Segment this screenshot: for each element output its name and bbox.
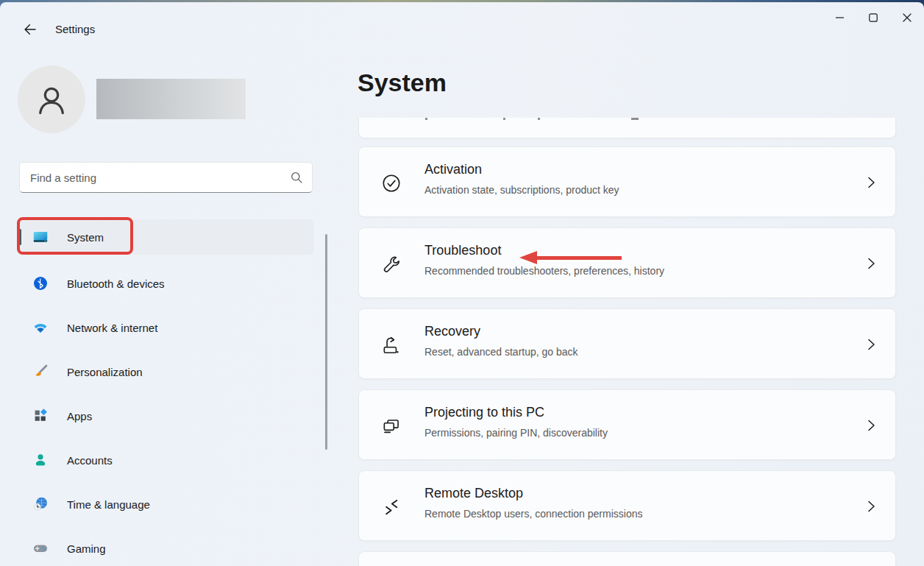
search-icon xyxy=(291,171,303,184)
card-title: Activation xyxy=(424,162,482,177)
close-icon xyxy=(903,13,911,22)
sidebar-item-accounts[interactable]: Accounts xyxy=(19,442,314,478)
card-title: Projecting to this PC xyxy=(424,405,544,420)
activation-icon xyxy=(380,172,402,194)
card-title: Remote Desktop xyxy=(424,486,523,501)
account-name-placeholder xyxy=(96,79,246,119)
settings-card-troubleshoot[interactable]: Troubleshoot Recommended troubleshooters… xyxy=(358,227,896,298)
sidebar-item-gaming[interactable]: Gaming xyxy=(19,531,314,566)
window-controls xyxy=(822,2,924,35)
settings-window: Settings xyxy=(0,2,924,566)
card-subtitle: Remote Desktop users, connection permiss… xyxy=(424,508,642,520)
maximize-button[interactable] xyxy=(856,2,890,33)
chevron-right-icon xyxy=(866,500,876,513)
sidebar-item-label: Network & internet xyxy=(67,322,157,334)
chevron-right-icon xyxy=(866,176,876,189)
recovery-icon xyxy=(380,334,402,356)
chevron-right-icon xyxy=(866,257,876,270)
close-button[interactable] xyxy=(890,2,924,33)
chevron-right-icon xyxy=(866,419,876,432)
maximize-icon xyxy=(869,13,878,22)
minimize-button[interactable] xyxy=(822,2,856,33)
sidebar-item-label: Apps xyxy=(67,410,92,422)
search-input[interactable] xyxy=(30,171,291,184)
settings-card-activation[interactable]: Activation Activation state, subscriptio… xyxy=(358,146,896,217)
projecting-icon xyxy=(380,415,402,437)
sidebar-item-label: Personalization xyxy=(67,366,143,378)
network-icon xyxy=(32,319,49,336)
sidebar-item-network-internet[interactable]: Network & internet xyxy=(19,310,314,345)
annotation-highlight-box xyxy=(17,217,133,255)
chevron-right-icon xyxy=(866,338,876,351)
sidebar-item-personalization[interactable]: Personalization xyxy=(19,354,314,389)
settings-card-partial-top[interactable] xyxy=(358,118,896,138)
gaming-icon xyxy=(32,540,49,556)
clipped-text-fragment xyxy=(631,118,639,120)
user-icon xyxy=(34,82,69,117)
search-box[interactable] xyxy=(19,162,313,193)
apps-icon xyxy=(32,408,49,424)
sidebar-scrollbar[interactable] xyxy=(325,234,327,450)
troubleshoot-icon xyxy=(380,253,402,275)
desktop-background: Settings xyxy=(0,0,924,566)
sidebar-item-label: Gaming xyxy=(67,542,106,555)
card-subtitle: Permissions, pairing PIN, discoverabilit… xyxy=(424,427,608,439)
arrow-head xyxy=(519,251,537,264)
window-title: Settings xyxy=(55,23,95,35)
avatar[interactable] xyxy=(18,66,85,133)
accounts-icon xyxy=(32,452,49,468)
settings-card-recovery[interactable]: Recovery Reset, advanced startup, go bac… xyxy=(358,308,896,379)
annotation-arrow xyxy=(519,251,622,264)
remote-desktop-icon xyxy=(380,496,402,518)
personalization-icon xyxy=(32,364,49,380)
clipped-text-fragment xyxy=(425,118,427,120)
card-title: Troubleshoot xyxy=(424,243,501,258)
settings-card-partial-bottom[interactable] xyxy=(358,551,896,566)
minimize-icon xyxy=(836,17,844,18)
bluetooth-icon xyxy=(32,275,49,291)
sidebar-item-label: Accounts xyxy=(67,454,113,467)
clipped-text-fragment xyxy=(503,118,505,120)
sidebar-item-label: Time & language xyxy=(67,498,150,511)
card-subtitle: Recommended troubleshooters, preferences… xyxy=(424,265,664,277)
sidebar-item-label: Bluetooth & devices xyxy=(67,277,165,290)
card-subtitle: Activation state, subscriptions, product… xyxy=(424,184,619,196)
time-language-icon xyxy=(32,496,49,512)
settings-card-projecting[interactable]: Projecting to this PC Permissions, pairi… xyxy=(358,389,896,460)
back-button[interactable] xyxy=(16,18,44,40)
clipped-text-fragment xyxy=(538,118,540,120)
settings-card-remote-desktop[interactable]: Remote Desktop Remote Desktop users, con… xyxy=(358,470,896,541)
card-title: Recovery xyxy=(424,324,480,339)
sidebar-item-bluetooth-devices[interactable]: Bluetooth & devices xyxy=(19,266,314,301)
sidebar-item-apps[interactable]: Apps xyxy=(19,398,314,434)
back-arrow-icon xyxy=(22,22,38,37)
page-title: System xyxy=(358,68,447,97)
arrow-tail xyxy=(537,256,622,260)
card-subtitle: Reset, advanced startup, go back xyxy=(424,346,578,358)
sidebar-item-time-language[interactable]: Time & language xyxy=(19,487,314,522)
